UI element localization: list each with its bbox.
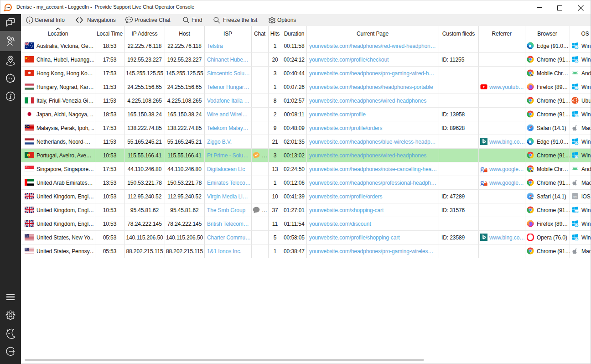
svg-text:ios: ios (573, 195, 577, 198)
svg-text:i: i (29, 18, 31, 23)
svg-text:M: M (531, 197, 534, 200)
svg-text:g: g (480, 179, 484, 186)
svg-text:10: 10 (575, 114, 579, 118)
svg-text:10: 10 (575, 87, 579, 90)
svg-text:10: 10 (575, 46, 579, 49)
svg-text:10: 10 (575, 142, 579, 145)
svg-text:10: 10 (575, 238, 579, 241)
svg-text:10: 10 (575, 60, 579, 63)
svg-text:10: 10 (575, 210, 579, 213)
svg-text:M: M (531, 170, 534, 172)
svg-text:M: M (531, 74, 534, 77)
svg-text:10: 10 (575, 156, 579, 159)
svg-text:10: 10 (575, 224, 579, 227)
svg-text:g: g (480, 165, 484, 172)
